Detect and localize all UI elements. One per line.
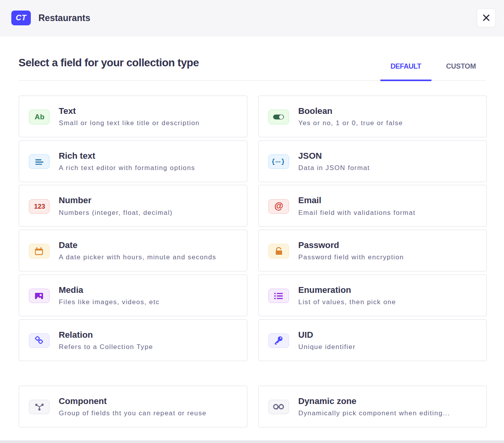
svg-text:@: @: [274, 201, 283, 211]
